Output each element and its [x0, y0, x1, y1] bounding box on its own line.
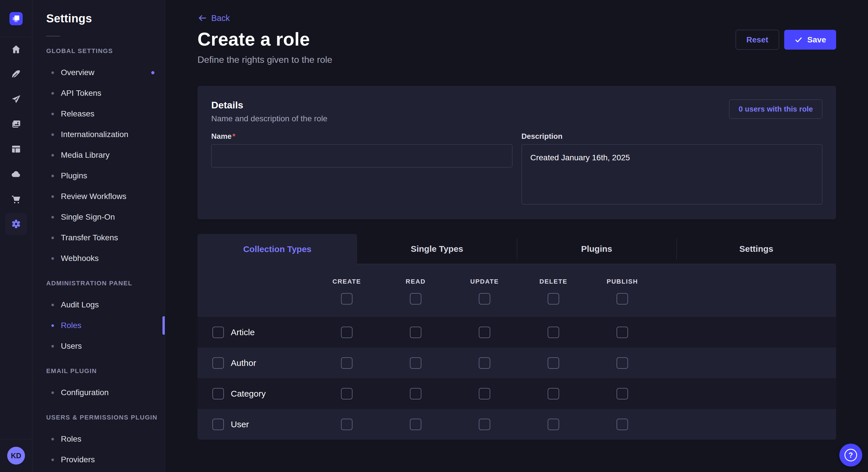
sidebar-item-releases[interactable]: Releases [32, 103, 165, 124]
article-create-checkbox[interactable] [341, 327, 352, 338]
avatar[interactable]: KD [7, 447, 25, 465]
sidebar-item-roles[interactable]: Roles [32, 429, 165, 449]
user-delete-checkbox[interactable] [548, 419, 559, 430]
article-update-checkbox[interactable] [479, 327, 490, 338]
back-link[interactable]: Back [197, 13, 229, 23]
category-create-checkbox[interactable] [341, 388, 352, 400]
select-all-create-checkbox[interactable] [341, 293, 352, 305]
paper-plane-icon[interactable] [5, 88, 27, 110]
name-input[interactable] [211, 144, 513, 167]
sidebar-item-label: Users [61, 341, 82, 351]
category-publish-checkbox[interactable] [617, 388, 628, 400]
select-all-delete-checkbox[interactable] [548, 293, 559, 305]
layout-icon[interactable] [5, 138, 27, 160]
content-manager-feather-icon[interactable] [5, 63, 27, 85]
checkbox-cell [519, 388, 588, 400]
bullet-icon [51, 459, 54, 461]
author-create-checkbox[interactable] [341, 357, 352, 369]
table-row-category: Category [197, 378, 836, 409]
tab-plugins[interactable]: Plugins [517, 234, 677, 264]
logo-section [0, 0, 32, 37]
user-publish-checkbox[interactable] [617, 419, 628, 430]
article-delete-checkbox[interactable] [548, 327, 559, 338]
checkbox-cell [588, 388, 657, 400]
author-publish-checkbox[interactable] [617, 357, 628, 369]
sidebar-item-providers[interactable]: Providers [32, 449, 165, 470]
checkbox-cell [312, 388, 381, 400]
back-label: Back [211, 13, 229, 23]
name-label: Name* [211, 132, 236, 140]
strapi-logo-icon[interactable] [9, 12, 23, 25]
sidebar-item-label: Configuration [61, 388, 109, 397]
sidebar-item-audit-logs[interactable]: Audit Logs [32, 295, 165, 315]
tab-collection-types[interactable]: Collection Types [197, 234, 357, 264]
author-delete-checkbox[interactable] [548, 357, 559, 369]
column-header-delete: DELETE [519, 274, 588, 289]
user-select-checkbox[interactable] [212, 419, 224, 430]
checkbox-cell [588, 419, 657, 430]
rail-divider [0, 439, 32, 439]
row-label-cell: Author [197, 357, 312, 369]
sidebar-item-internationalization[interactable]: Internationalization [32, 124, 165, 145]
settings-subnav: Settings GLOBAL SETTINGSOverviewAPI Toke… [32, 0, 165, 472]
checkbox-cell [588, 327, 657, 338]
category-read-checkbox[interactable] [410, 388, 422, 400]
tab-settings[interactable]: Settings [677, 234, 836, 264]
row-label-cell: User [197, 419, 312, 430]
article-select-checkbox[interactable] [212, 327, 224, 338]
page-subtitle: Define the rights given to the role [197, 55, 836, 65]
sidebar-item-roles[interactable]: Roles [32, 315, 165, 336]
article-read-checkbox[interactable] [410, 327, 422, 338]
checkbox-cell [381, 419, 450, 430]
reset-button[interactable]: Reset [736, 30, 779, 49]
sidebar-item-transfer-tokens[interactable]: Transfer Tokens [32, 227, 165, 248]
sidebar-item-configuration[interactable]: Configuration [32, 382, 165, 403]
select-all-read-checkbox[interactable] [410, 293, 422, 305]
user-read-checkbox[interactable] [410, 419, 422, 430]
checkbox-cell [519, 419, 588, 430]
select-all-row [197, 289, 836, 309]
sidebar-item-label: Overview [61, 68, 94, 77]
sidebar-item-media-library[interactable]: Media Library [32, 145, 165, 165]
sidebar-item-label: Transfer Tokens [61, 233, 118, 242]
user-update-checkbox[interactable] [479, 419, 490, 430]
sidebar-item-users[interactable]: Users [32, 336, 165, 357]
author-read-checkbox[interactable] [410, 357, 422, 369]
tab-single-types[interactable]: Single Types [357, 234, 517, 264]
save-button[interactable]: Save [784, 30, 836, 49]
author-update-checkbox[interactable] [479, 357, 490, 369]
sidebar-item-plugins[interactable]: Plugins [32, 165, 165, 186]
author-select-checkbox[interactable] [212, 357, 224, 369]
user-create-checkbox[interactable] [341, 419, 352, 430]
sidebar-item-overview[interactable]: Overview [32, 62, 165, 83]
sidebar-item-single-sign-on[interactable]: Single Sign-On [32, 207, 165, 227]
subnav-sections: GLOBAL SETTINGSOverviewAPI TokensRelease… [32, 47, 165, 470]
description-textarea[interactable]: Created January 16th, 2025 [522, 144, 823, 204]
media-library-pictures-icon[interactable] [5, 113, 27, 135]
settings-gear-icon[interactable] [5, 213, 27, 235]
select-all-publish-checkbox[interactable] [617, 293, 628, 305]
bullet-icon [51, 92, 54, 95]
checkbox-cell [519, 327, 588, 338]
sidebar-item-label: Single Sign-On [61, 212, 115, 222]
category-update-checkbox[interactable] [479, 388, 490, 400]
category-select-checkbox[interactable] [212, 388, 224, 400]
bullet-icon [51, 392, 54, 394]
home-icon[interactable] [5, 38, 27, 60]
column-header-publish: PUBLISH [588, 274, 657, 289]
row-label-cell: Category [197, 388, 312, 400]
sidebar-item-webhooks[interactable]: Webhooks [32, 248, 165, 269]
details-title: Details [211, 100, 328, 111]
select-all-update-checkbox[interactable] [479, 293, 490, 305]
help-button[interactable]: ? [839, 444, 862, 467]
details-subtitle: Name and description of the role [211, 114, 328, 123]
cloud-icon[interactable] [5, 163, 27, 185]
users-with-role-button[interactable]: 0 users with this role [729, 100, 823, 119]
description-field-group: Description Created January 16th, 2025 [522, 132, 823, 206]
article-publish-checkbox[interactable] [617, 327, 628, 338]
details-card-titles: Details Name and description of the role [211, 100, 328, 123]
sidebar-item-review-workflows[interactable]: Review Workflows [32, 186, 165, 207]
category-delete-checkbox[interactable] [548, 388, 559, 400]
marketplace-cart-icon[interactable] [5, 188, 27, 210]
sidebar-item-api-tokens[interactable]: API Tokens [32, 83, 165, 103]
